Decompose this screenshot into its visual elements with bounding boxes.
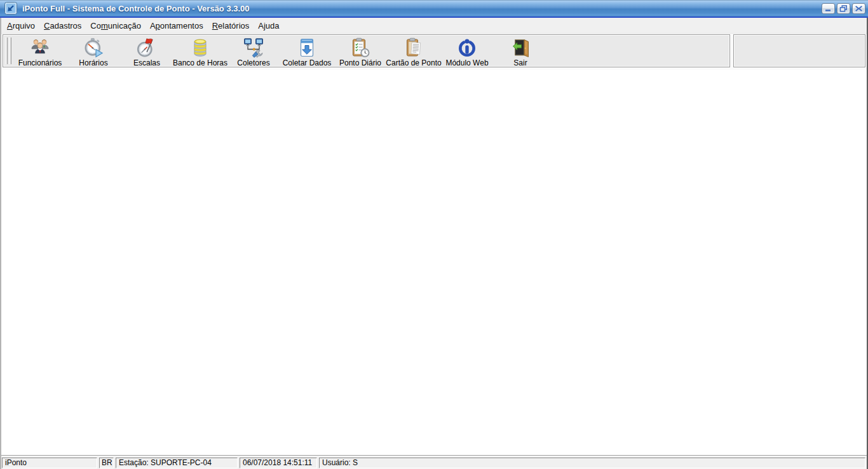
close-icon	[855, 5, 863, 12]
status-panel-station: Estação: SUPORTE-PC-04	[116, 458, 238, 468]
restore-button[interactable]	[837, 3, 850, 14]
toolbar-button-coletores[interactable]: Coletores	[227, 35, 280, 67]
menu-mnemonic: R	[212, 21, 218, 31]
window-title: iPonto Full - Sistema de Controle de Pon…	[22, 4, 250, 13]
app-logo-arrow-icon	[4, 2, 17, 15]
toolbar-button-cartao-de-ponto[interactable]: Cartão de Ponto	[387, 35, 440, 67]
toolbar-button-modulo-web[interactable]: Módulo Web	[440, 35, 494, 67]
menu-mnemonic: m	[101, 21, 108, 31]
client-area	[1, 70, 867, 455]
menu-label-part: unicação	[108, 21, 141, 31]
menu-bar: Arquivo Cadastros Comunicação Apontament…	[1, 18, 867, 33]
menu-item-cadastros[interactable]: Cadastros	[39, 19, 86, 32]
toolbar-gripper[interactable]	[5, 35, 13, 67]
toolbar-button-label: Sair	[513, 58, 527, 67]
toolbar-button-coletar-dados[interactable]: Coletar Dados	[280, 35, 334, 67]
app-window: iPonto Full - Sistema de Controle de Pon…	[0, 0, 868, 469]
menu-item-comunicacao[interactable]: Comunicação	[86, 19, 146, 32]
coletar-dados-icon	[297, 37, 317, 58]
menu-item-arquivo[interactable]: Arquivo	[3, 19, 39, 32]
title-bar: iPonto Full - Sistema de Controle de Pon…	[0, 0, 868, 18]
grip-bar	[10, 37, 11, 64]
app-system-menu-icon[interactable]	[4, 2, 17, 15]
ponto-diario-icon	[350, 37, 370, 58]
menu-label-part: Co	[90, 21, 101, 31]
toolbar-button-ponto-diario[interactable]: Ponto Diário	[334, 35, 387, 67]
toolbar-button-label: Coletores	[237, 58, 269, 67]
toolbar-button-label: Ponto Diário	[339, 58, 381, 67]
menu-label-part: elatórios	[218, 21, 249, 31]
menu-item-relatorios[interactable]: Relatórios	[208, 19, 254, 32]
status-panel-app: iPonto	[2, 458, 97, 468]
restore-icon	[839, 5, 848, 12]
funcionarios-icon	[30, 37, 50, 58]
window-frame: Arquivo Cadastros Comunicação Apontament…	[0, 18, 868, 469]
menu-label-part: A	[150, 21, 156, 31]
toolbar-panel-secondary	[733, 34, 865, 67]
toolbar-button-label: Coletar Dados	[283, 58, 332, 67]
sair-icon	[510, 37, 531, 58]
toolbar-button-horarios[interactable]: Horários	[67, 35, 120, 67]
status-panel-language: BR	[99, 458, 114, 468]
horarios-icon	[83, 37, 104, 58]
menu-mnemonic: p	[156, 21, 160, 31]
cartao-de-ponto-icon	[403, 37, 424, 58]
status-panel-datetime: 06/07/2018 14:51:11	[240, 458, 317, 468]
toolbar-button-label: Banco de Horas	[173, 58, 227, 67]
toolbar-button-label: Funcionários	[18, 58, 62, 67]
toolbar-button-label: Cartão de Ponto	[386, 58, 441, 67]
status-bar: iPonto BR Estação: SUPORTE-PC-04 06/07/2…	[1, 455, 867, 469]
escalas-icon	[137, 37, 157, 58]
menu-label-part: rquivo	[13, 21, 35, 31]
menu-item-apontamentos[interactable]: Apontamentos	[146, 19, 208, 32]
grip-bar	[6, 37, 8, 64]
toolbar-button-banco-de-horas[interactable]: Banco de Horas	[173, 35, 227, 67]
toolbar-button-sair[interactable]: Sair	[494, 35, 547, 67]
toolbar-button-escalas[interactable]: Escalas	[120, 35, 173, 67]
minimize-icon	[824, 5, 832, 12]
menu-label-part: Ajuda	[258, 21, 279, 31]
toolbar-panel-main: Funcionários Horários	[3, 34, 730, 67]
close-button[interactable]	[852, 3, 865, 14]
toolbar-button-label: Escalas	[133, 58, 160, 67]
coletores-icon	[243, 37, 264, 58]
menu-label-part: ontamentos	[160, 21, 203, 31]
status-panel-user: Usuário: S	[319, 458, 865, 468]
window-controls	[822, 3, 865, 14]
toolbar-button-label: Módulo Web	[445, 58, 488, 67]
menu-item-ajuda[interactable]: Ajuda	[254, 19, 283, 32]
toolbar-button-label: Horários	[79, 58, 107, 67]
minimize-button[interactable]	[822, 3, 835, 14]
menu-label-part: adastros	[50, 21, 81, 31]
menu-mnemonic: A	[7, 21, 13, 31]
toolbar-button-funcionarios[interactable]: Funcionários	[13, 35, 67, 67]
toolbar-band: Funcionários Horários	[1, 33, 867, 70]
banco-de-horas-icon	[190, 37, 210, 58]
modulo-web-icon	[457, 37, 477, 58]
